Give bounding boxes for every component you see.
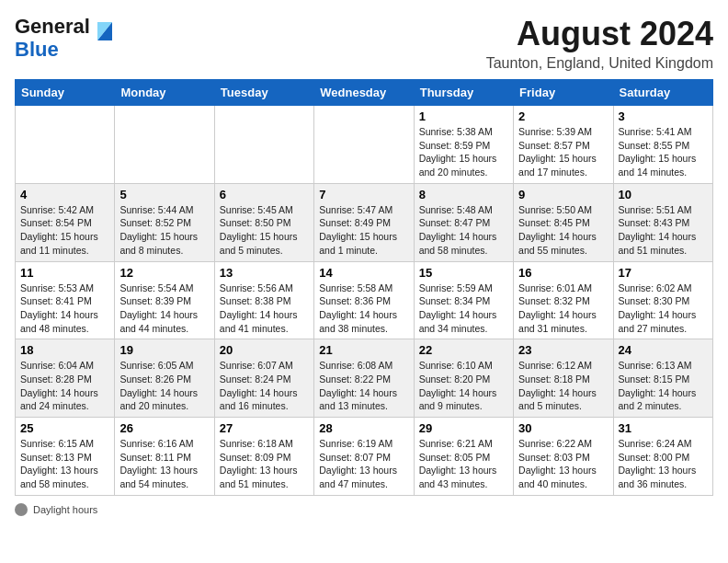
day-info: Sunrise: 6:10 AMSunset: 8:20 PMDaylight:… bbox=[419, 359, 508, 413]
title-area: August 2024 Taunton, England, United Kin… bbox=[486, 15, 713, 72]
day-number: 15 bbox=[419, 266, 508, 280]
calendar-cell: 8Sunrise: 5:48 AMSunset: 8:47 PMDaylight… bbox=[414, 183, 513, 261]
day-number: 10 bbox=[619, 188, 708, 201]
day-info: Sunrise: 6:12 AMSunset: 8:18 PMDaylight:… bbox=[518, 359, 608, 413]
day-number: 2 bbox=[518, 109, 608, 123]
day-number: 19 bbox=[119, 343, 209, 357]
calendar-cell: 1Sunrise: 5:38 AMSunset: 8:59 PMDaylight… bbox=[414, 106, 513, 184]
calendar-cell: 24Sunrise: 6:13 AMSunset: 8:15 PMDayligh… bbox=[613, 339, 712, 418]
day-number: 30 bbox=[518, 421, 608, 435]
day-info: Sunrise: 5:44 AMSunset: 8:52 PMDaylight:… bbox=[119, 203, 209, 258]
page-title: August 2024 bbox=[486, 15, 713, 53]
day-number: 18 bbox=[20, 343, 109, 357]
calendar-cell: 12Sunrise: 5:54 AMSunset: 8:39 PMDayligh… bbox=[115, 261, 214, 339]
calendar-cell bbox=[214, 106, 313, 184]
day-info: Sunrise: 6:22 AMSunset: 8:03 PMDaylight:… bbox=[518, 437, 608, 491]
day-number: 4 bbox=[20, 188, 109, 201]
day-info: Sunrise: 6:05 AMSunset: 8:26 PMDaylight:… bbox=[119, 359, 209, 413]
day-number: 1 bbox=[419, 109, 508, 123]
day-number: 13 bbox=[220, 266, 309, 280]
calendar-week-row: 11Sunrise: 5:53 AMSunset: 8:41 PMDayligh… bbox=[16, 261, 713, 339]
footer: Daylight hours bbox=[15, 503, 713, 516]
day-number: 3 bbox=[619, 109, 708, 123]
calendar-cell: 11Sunrise: 5:53 AMSunset: 8:41 PMDayligh… bbox=[16, 261, 115, 339]
calendar-cell: 28Sunrise: 6:19 AMSunset: 8:07 PMDayligh… bbox=[314, 418, 414, 496]
calendar-cell: 9Sunrise: 5:50 AMSunset: 8:45 PMDaylight… bbox=[514, 183, 613, 261]
day-info: Sunrise: 5:50 AMSunset: 8:45 PMDaylight:… bbox=[518, 203, 608, 258]
day-info: Sunrise: 6:02 AMSunset: 8:30 PMDaylight:… bbox=[619, 282, 708, 336]
calendar-cell: 17Sunrise: 6:02 AMSunset: 8:30 PMDayligh… bbox=[613, 261, 712, 339]
calendar-day-header: Sunday bbox=[16, 80, 115, 106]
calendar-cell: 4Sunrise: 5:42 AMSunset: 8:54 PMDaylight… bbox=[16, 183, 115, 261]
day-info: Sunrise: 6:19 AMSunset: 8:07 PMDaylight:… bbox=[319, 437, 408, 491]
calendar-cell: 5Sunrise: 5:44 AMSunset: 8:52 PMDaylight… bbox=[115, 183, 214, 261]
calendar-cell: 3Sunrise: 5:41 AMSunset: 8:55 PMDaylight… bbox=[613, 106, 712, 184]
day-info: Sunrise: 5:41 AMSunset: 8:55 PMDaylight:… bbox=[619, 125, 708, 179]
header: General Blue August 2024 Taunton, Englan… bbox=[15, 15, 713, 72]
calendar-day-header: Saturday bbox=[613, 80, 712, 106]
calendar-table: SundayMondayTuesdayWednesdayThursdayFrid… bbox=[15, 79, 713, 496]
calendar-cell: 18Sunrise: 6:04 AMSunset: 8:28 PMDayligh… bbox=[16, 339, 115, 418]
calendar-cell: 7Sunrise: 5:47 AMSunset: 8:49 PMDaylight… bbox=[314, 183, 414, 261]
day-number: 21 bbox=[319, 343, 408, 357]
day-info: Sunrise: 5:59 AMSunset: 8:34 PMDaylight:… bbox=[419, 282, 508, 336]
day-info: Sunrise: 5:42 AMSunset: 8:54 PMDaylight:… bbox=[20, 203, 109, 258]
calendar-cell: 26Sunrise: 6:16 AMSunset: 8:11 PMDayligh… bbox=[115, 418, 214, 496]
calendar-day-header: Monday bbox=[115, 80, 214, 106]
calendar-cell: 27Sunrise: 6:18 AMSunset: 8:09 PMDayligh… bbox=[214, 418, 313, 496]
page-subtitle: Taunton, England, United Kingdom bbox=[486, 55, 713, 72]
day-info: Sunrise: 5:39 AMSunset: 8:57 PMDaylight:… bbox=[518, 125, 608, 179]
day-info: Sunrise: 5:45 AMSunset: 8:50 PMDaylight:… bbox=[220, 203, 309, 258]
day-number: 12 bbox=[119, 266, 209, 280]
day-info: Sunrise: 5:54 AMSunset: 8:39 PMDaylight:… bbox=[119, 282, 209, 336]
day-number: 24 bbox=[619, 343, 708, 357]
day-info: Sunrise: 5:56 AMSunset: 8:38 PMDaylight:… bbox=[220, 282, 309, 336]
day-number: 11 bbox=[20, 266, 109, 280]
day-info: Sunrise: 5:51 AMSunset: 8:43 PMDaylight:… bbox=[619, 203, 708, 258]
day-number: 23 bbox=[518, 343, 608, 357]
day-info: Sunrise: 6:01 AMSunset: 8:32 PMDaylight:… bbox=[518, 282, 608, 336]
day-number: 29 bbox=[419, 421, 508, 435]
calendar-cell: 23Sunrise: 6:12 AMSunset: 8:18 PMDayligh… bbox=[514, 339, 613, 418]
day-info: Sunrise: 6:16 AMSunset: 8:11 PMDaylight:… bbox=[119, 437, 209, 491]
calendar-day-header: Thursday bbox=[414, 80, 513, 106]
logo-icon bbox=[92, 17, 118, 46]
calendar-cell bbox=[115, 106, 214, 184]
day-number: 31 bbox=[619, 421, 708, 435]
day-info: Sunrise: 5:47 AMSunset: 8:49 PMDaylight:… bbox=[319, 203, 408, 258]
calendar-week-row: 25Sunrise: 6:15 AMSunset: 8:13 PMDayligh… bbox=[16, 418, 713, 496]
calendar-cell: 15Sunrise: 5:59 AMSunset: 8:34 PMDayligh… bbox=[414, 261, 513, 339]
logo: General Blue bbox=[15, 15, 118, 62]
day-number: 28 bbox=[319, 421, 408, 435]
calendar-cell: 22Sunrise: 6:10 AMSunset: 8:20 PMDayligh… bbox=[414, 339, 513, 418]
calendar-week-row: 18Sunrise: 6:04 AMSunset: 8:28 PMDayligh… bbox=[16, 339, 713, 418]
calendar-cell: 19Sunrise: 6:05 AMSunset: 8:26 PMDayligh… bbox=[115, 339, 214, 418]
day-number: 6 bbox=[220, 188, 309, 201]
calendar-cell: 14Sunrise: 5:58 AMSunset: 8:36 PMDayligh… bbox=[314, 261, 414, 339]
daylight-icon bbox=[15, 503, 28, 516]
day-info: Sunrise: 6:04 AMSunset: 8:28 PMDaylight:… bbox=[20, 359, 109, 413]
calendar-cell: 21Sunrise: 6:08 AMSunset: 8:22 PMDayligh… bbox=[314, 339, 414, 418]
calendar-week-row: 1Sunrise: 5:38 AMSunset: 8:59 PMDaylight… bbox=[16, 106, 713, 184]
calendar-cell: 29Sunrise: 6:21 AMSunset: 8:05 PMDayligh… bbox=[414, 418, 513, 496]
calendar-cell: 13Sunrise: 5:56 AMSunset: 8:38 PMDayligh… bbox=[214, 261, 313, 339]
day-info: Sunrise: 5:48 AMSunset: 8:47 PMDaylight:… bbox=[419, 203, 508, 258]
daylight-label: Daylight hours bbox=[33, 504, 97, 515]
calendar-cell: 20Sunrise: 6:07 AMSunset: 8:24 PMDayligh… bbox=[214, 339, 313, 418]
calendar-cell: 30Sunrise: 6:22 AMSunset: 8:03 PMDayligh… bbox=[514, 418, 613, 496]
calendar-cell bbox=[16, 106, 115, 184]
calendar-header-row: SundayMondayTuesdayWednesdayThursdayFrid… bbox=[16, 80, 713, 106]
logo-text: General Blue bbox=[15, 15, 90, 62]
calendar-cell: 16Sunrise: 6:01 AMSunset: 8:32 PMDayligh… bbox=[514, 261, 613, 339]
calendar-day-header: Friday bbox=[514, 80, 613, 106]
day-number: 7 bbox=[319, 188, 408, 201]
day-info: Sunrise: 6:18 AMSunset: 8:09 PMDaylight:… bbox=[220, 437, 309, 491]
day-info: Sunrise: 6:15 AMSunset: 8:13 PMDaylight:… bbox=[20, 437, 109, 491]
day-number: 22 bbox=[419, 343, 508, 357]
day-info: Sunrise: 6:08 AMSunset: 8:22 PMDaylight:… bbox=[319, 359, 408, 413]
day-number: 8 bbox=[419, 188, 508, 201]
day-number: 9 bbox=[518, 188, 608, 201]
calendar-week-row: 4Sunrise: 5:42 AMSunset: 8:54 PMDaylight… bbox=[16, 183, 713, 261]
day-info: Sunrise: 5:58 AMSunset: 8:36 PMDaylight:… bbox=[319, 282, 408, 336]
day-info: Sunrise: 5:53 AMSunset: 8:41 PMDaylight:… bbox=[20, 282, 109, 336]
